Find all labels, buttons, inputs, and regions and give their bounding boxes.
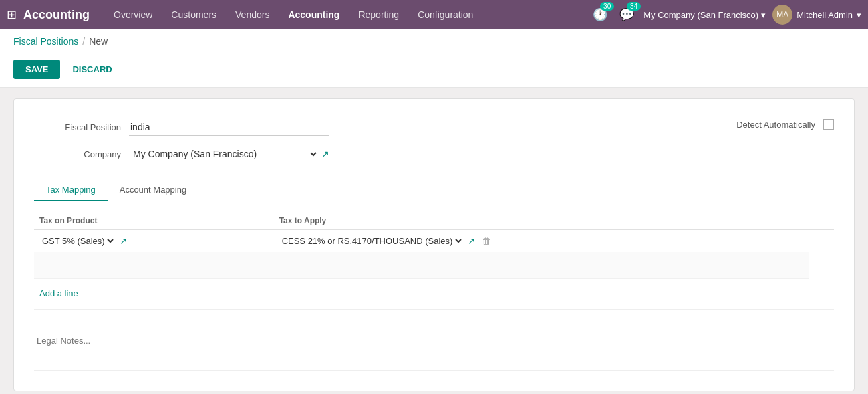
- tax-on-product-external-icon[interactable]: ↗: [117, 235, 130, 248]
- detect-automatically-label: Detect Automatically: [736, 120, 815, 130]
- user-name: Mitchell Admin: [797, 10, 853, 20]
- user-chevron-icon: ▾: [857, 10, 861, 20]
- nav-links: Overview Customers Vendors Accounting Re…: [106, 5, 590, 24]
- form-left: Fiscal Position Company My Company (San …: [34, 119, 696, 163]
- nav-overview[interactable]: Overview: [106, 5, 160, 24]
- fiscal-position-row: Fiscal Position: [34, 119, 696, 136]
- fiscal-position-input[interactable]: [129, 119, 329, 136]
- activity-button[interactable]: 🕐 30: [590, 5, 610, 25]
- empty-row: [34, 252, 834, 279]
- message-badge: 34: [627, 2, 641, 11]
- breadcrumb-parent[interactable]: Fiscal Positions: [13, 36, 78, 47]
- activity-badge: 30: [600, 2, 614, 11]
- tax-to-apply-select[interactable]: CESS 21% or RS.4170/THOUSAND (Sales): [279, 235, 464, 247]
- breadcrumb-separator: /: [82, 36, 85, 47]
- legal-notes-divider: [34, 370, 834, 371]
- nav-vendors[interactable]: Vendors: [227, 5, 277, 24]
- section-divider: [34, 309, 834, 310]
- tax-to-apply-wrapper: CESS 21% or RS.4170/THOUSAND (Sales) ↗ 🗑: [279, 234, 803, 248]
- breadcrumb: Fiscal Positions / New: [13, 36, 855, 47]
- table-row: GST 5% (Sales) ↗ CESS 21% or RS.4170/THO…: [34, 230, 834, 252]
- tax-mapping-table: Tax on Product Tax to Apply GST 5% (Sale…: [34, 212, 834, 279]
- main-content: Fiscal Position Company My Company (San …: [0, 88, 868, 394]
- company-name: My Company (San Francisco): [643, 10, 758, 20]
- form-right: Detect Automatically: [736, 119, 834, 163]
- save-button[interactable]: SAVE: [13, 60, 60, 79]
- company-selector[interactable]: My Company (San Francisco) ▾: [643, 10, 766, 20]
- form-card: Fiscal Position Company My Company (San …: [13, 98, 855, 391]
- tab-tax-mapping[interactable]: Tax Mapping: [34, 179, 108, 201]
- form-fields: Fiscal Position Company My Company (San …: [34, 119, 834, 163]
- detect-automatically-row: Detect Automatically: [736, 119, 834, 130]
- add-line-link[interactable]: Add a line: [34, 284, 84, 302]
- company-external-link-icon[interactable]: ↗: [321, 149, 329, 159]
- brand-name: Accounting: [23, 8, 90, 22]
- company-row: Company My Company (San Francisco) ↗: [34, 145, 696, 163]
- tax-on-product-wrapper: GST 5% (Sales) ↗: [39, 235, 269, 248]
- discard-button[interactable]: DISCARD: [65, 60, 118, 79]
- message-button[interactable]: 💬 34: [617, 5, 637, 25]
- nav-configuration[interactable]: Configuration: [410, 5, 481, 24]
- avatar: MA: [772, 5, 792, 25]
- col-tax-to-apply: Tax to Apply: [274, 212, 809, 230]
- tax-to-apply-external-icon[interactable]: ↗: [465, 235, 478, 248]
- nav-accounting[interactable]: Accounting: [280, 5, 347, 24]
- legal-notes-input[interactable]: [34, 330, 834, 361]
- delete-row-button[interactable]: 🗑: [479, 234, 494, 248]
- apps-icon[interactable]: ⊞: [7, 7, 17, 22]
- top-navigation: ⊞ Accounting Overview Customers Vendors …: [0, 0, 868, 29]
- company-select-wrapper: My Company (San Francisco) ↗: [129, 145, 329, 163]
- tab-account-mapping[interactable]: Account Mapping: [108, 179, 198, 201]
- company-label: Company: [34, 149, 121, 159]
- nav-right: 🕐 30 💬 34 My Company (San Francisco) ▾ M…: [590, 5, 861, 25]
- tax-on-product-select[interactable]: GST 5% (Sales): [39, 235, 116, 247]
- tabs: Tax Mapping Account Mapping: [34, 179, 834, 201]
- breadcrumb-current: New: [89, 36, 108, 47]
- company-chevron-icon: ▾: [761, 10, 766, 20]
- company-select[interactable]: My Company (San Francisco): [129, 145, 319, 163]
- nav-customers[interactable]: Customers: [163, 5, 225, 24]
- col-tax-on-product: Tax on Product: [34, 212, 274, 230]
- breadcrumb-area: Fiscal Positions / New: [0, 29, 868, 54]
- user-info[interactable]: MA Mitchell Admin ▾: [772, 5, 861, 25]
- fiscal-position-label: Fiscal Position: [34, 122, 121, 132]
- detect-automatically-checkbox[interactable]: [823, 119, 834, 130]
- action-bar: SAVE DISCARD: [0, 54, 868, 88]
- nav-reporting[interactable]: Reporting: [350, 5, 407, 24]
